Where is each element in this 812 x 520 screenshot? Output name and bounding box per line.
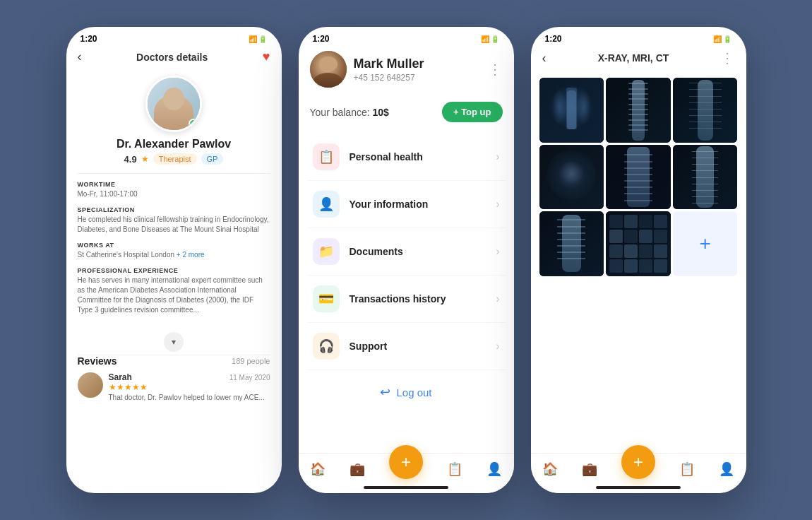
logout-icon: ↩: [380, 384, 390, 400]
doctor-info-content: WORKTIME Mo-Fr, 11:00-17:00 SPECIALIZATI…: [66, 174, 282, 329]
expand-button[interactable]: ▾: [66, 332, 282, 352]
xray-spine-image[interactable]: [606, 78, 671, 143]
nav-home-icon-3[interactable]: 🏠: [542, 461, 558, 477]
profile-info: Mark Muller +45 152 648257: [354, 57, 424, 83]
user-phone: +45 152 648257: [354, 73, 424, 83]
nav-home-icon[interactable]: 🏠: [310, 461, 326, 477]
reviews-title: Reviews: [78, 355, 117, 367]
nav-profile-icon-3[interactable]: 👤: [719, 461, 734, 477]
support-icon: 🎧: [313, 333, 340, 360]
doctor-details-header: ‹ Doctors details ♥: [66, 47, 282, 70]
experience-section: PROFESSIONAL EXPERIENCE He has serves in…: [78, 267, 270, 315]
xray-scan-image[interactable]: [606, 211, 671, 276]
balance-label: Your balance:: [310, 107, 373, 118]
review-content: Sarah 11 May 2020 ★★★★★ That doctor, Dr.…: [109, 372, 270, 401]
xray-chest-image[interactable]: [539, 78, 604, 143]
nav-profile-icon[interactable]: 👤: [486, 461, 502, 477]
nav-add-button[interactable]: +: [389, 445, 423, 479]
xray-neck-image[interactable]: [673, 145, 738, 210]
doctor-avatar-section: Dr. Alexander Pawlov 4.9 ★ Therapist GP: [66, 70, 282, 173]
menu-item-your-information[interactable]: 👤 Your information ›: [307, 181, 506, 228]
balance-row: Your balance: 10$ + Top up: [299, 96, 514, 134]
reviews-header: Reviews 189 people: [78, 355, 270, 367]
balance-info: Your balance: 10$: [310, 106, 389, 119]
menu-item-left: 📋 Personal health: [313, 143, 423, 170]
menu-item-left: 🎧 Support: [313, 333, 388, 360]
menu-item-left: 👤 Your information: [313, 191, 429, 218]
more-options-icon[interactable]: ⋮: [488, 61, 503, 78]
xray-back-image[interactable]: [673, 78, 738, 143]
documents-label: Documents: [350, 246, 403, 257]
logout-button[interactable]: ↩ Log out: [299, 370, 514, 414]
worktime-value: Mo-Fr, 11:00-17:00: [78, 189, 270, 199]
xray-neck2-image[interactable]: [539, 211, 604, 276]
favorite-icon[interactable]: ♥: [263, 49, 270, 64]
worktime-section: WORKTIME Mo-Fr, 11:00-17:00: [78, 181, 270, 199]
experience-value: He has serves in many international expe…: [78, 276, 270, 315]
menu-item-documents[interactable]: 📁 Documents ›: [307, 228, 506, 276]
your-information-label: Your information: [350, 199, 429, 210]
nav-medical-icon-3[interactable]: 💼: [582, 461, 597, 477]
chevron-right-icon: ›: [496, 150, 499, 163]
documents-icon: 📁: [313, 238, 340, 265]
menu-item-transactions[interactable]: 💳 Transactions history ›: [307, 276, 506, 323]
nav-add-button-3[interactable]: +: [621, 445, 655, 479]
works-at-value: St Catherine's Hospital London + 2 more: [78, 250, 270, 260]
phone-profile-menu: 1:20 📶 🔋 Mark Muller +45 152 648257: [299, 27, 514, 493]
reviewer-row: Sarah 11 May 2020: [109, 372, 270, 382]
xray-brain1-image[interactable]: [539, 145, 604, 210]
personal-health-icon: 📋: [313, 143, 340, 170]
home-indicator: [364, 486, 448, 489]
xray-more-icon[interactable]: ⋮: [720, 49, 734, 66]
reviews-count: 189 people: [232, 357, 270, 365]
status-icons-2: 📶 🔋: [481, 35, 500, 43]
transactions-icon: 💳: [313, 285, 340, 312]
specialization-label: SPECIALIZATION: [78, 206, 270, 213]
menu-item-left: 💳 Transactions history: [313, 285, 446, 312]
user-avatar: [310, 51, 347, 88]
status-time-3: 1:20: [545, 34, 562, 44]
nav-records-icon-3[interactable]: 📋: [679, 461, 695, 477]
add-scan-button[interactable]: +: [673, 211, 738, 276]
star-icon: ★: [141, 154, 149, 164]
support-label: Support: [350, 341, 388, 352]
xray-grid: +: [531, 72, 746, 282]
status-icons-3: 📶 🔋: [713, 35, 732, 43]
review-text: That doctor, Dr. Pawlov helped to lower …: [109, 394, 270, 401]
chevron-right-icon: ›: [496, 198, 499, 211]
works-at-label: WORKS AT: [78, 242, 270, 249]
personal-health-label: Personal health: [350, 151, 423, 162]
therapist-badge: Therapist: [153, 153, 197, 165]
nav-records-icon[interactable]: 📋: [447, 461, 462, 477]
more-link[interactable]: + 2 more: [177, 251, 205, 259]
user-name: Mark Muller: [354, 57, 424, 71]
status-time-2: 1:20: [313, 34, 330, 44]
expand-icon[interactable]: ▾: [164, 332, 184, 352]
xray-header: ‹ X-RAY, MRI, CT ⋮: [531, 47, 746, 72]
review-stars: ★★★★★: [109, 382, 270, 392]
your-information-icon: 👤: [313, 191, 340, 218]
xray-page-title: X-RAY, MRI, CT: [598, 52, 669, 64]
logout-label: Log out: [396, 386, 431, 398]
status-bar-2: 1:20 📶 🔋: [299, 27, 514, 47]
reviewer-name: Sarah: [109, 372, 132, 382]
home-indicator-3: [596, 486, 681, 489]
xray-back-icon[interactable]: ‹: [542, 51, 547, 66]
back-icon[interactable]: ‹: [78, 49, 82, 64]
balance-amount: 10$: [373, 107, 389, 118]
online-indicator: [189, 119, 198, 129]
avatar-face: [310, 51, 347, 88]
menu-item-support[interactable]: 🎧 Support ›: [307, 323, 506, 370]
specialization-section: SPECIALIZATION He completed his clinical…: [78, 206, 270, 235]
menu-item-personal-health[interactable]: 📋 Personal health ›: [307, 134, 506, 181]
xray-brain2-image[interactable]: [606, 145, 671, 210]
specialization-value: He completed his clinical fellowship tra…: [78, 215, 270, 235]
nav-medical-icon[interactable]: 💼: [350, 461, 365, 477]
doctor-name: Dr. Alexander Pawlov: [117, 138, 231, 150]
chevron-right-icon: ›: [496, 245, 499, 258]
bottom-nav-3: 🏠 💼 + 📋 👤: [531, 453, 746, 493]
doctor-rating-row: 4.9 ★ Therapist GP: [124, 153, 224, 165]
works-at-section: WORKS AT St Catherine's Hospital London …: [78, 242, 270, 260]
experience-label: PROFESSIONAL EXPERIENCE: [78, 267, 270, 274]
topup-button[interactable]: + Top up: [442, 102, 503, 122]
